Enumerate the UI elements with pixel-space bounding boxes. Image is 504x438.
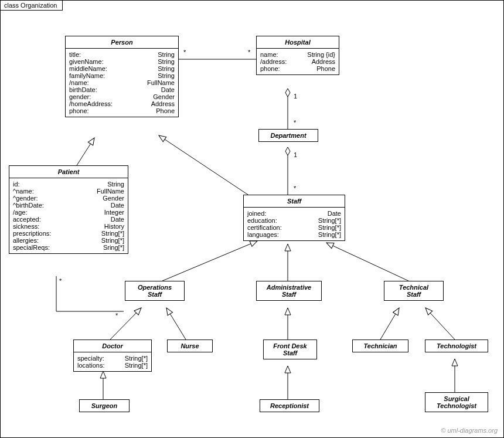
class-title: Operations Staff xyxy=(125,281,184,300)
attr-type: String[*] xyxy=(101,230,124,237)
mult-hospital-dept-bottom: * xyxy=(294,119,296,126)
mult-hospital-side: * xyxy=(248,49,250,56)
class-person: Person title:StringgivenName:Stringmiddl… xyxy=(65,36,179,117)
attr-name: allergies: xyxy=(13,237,39,244)
class-staff: Staff joined:Dateeducation:String[*]cert… xyxy=(243,195,345,241)
attr-row: prescriptions:String[*] xyxy=(13,230,124,237)
attr-row: birthDate:Date xyxy=(69,86,175,93)
attr-type: FullName xyxy=(97,188,124,195)
attr-type: String xyxy=(158,51,175,58)
attr-type: Sring[*] xyxy=(103,244,124,251)
svg-line-9 xyxy=(166,308,186,339)
class-technologist: Technologist xyxy=(425,339,488,352)
attr-name: phone: xyxy=(260,65,280,72)
frame-label: class Organization xyxy=(0,0,63,11)
attr-type: String[*] xyxy=(125,362,148,369)
class-doctor: Doctor specialty:String[*]locations:Stri… xyxy=(73,339,152,372)
attr-row: familyName:String xyxy=(69,72,175,79)
class-title: Person xyxy=(66,36,178,49)
attr-name: languages: xyxy=(247,231,279,238)
class-title: Patient xyxy=(9,166,128,178)
class-title: Staff xyxy=(244,195,345,208)
attr-name: ^gender: xyxy=(13,195,38,202)
attr-type: String[*] xyxy=(318,217,341,224)
attr-name: phone: xyxy=(69,107,89,114)
attr-type: String xyxy=(158,72,175,79)
svg-line-2 xyxy=(159,135,250,196)
class-title: Surgical Technologist xyxy=(425,393,488,412)
class-title: Doctor xyxy=(74,340,151,352)
class-title: Department xyxy=(259,130,318,141)
attr-name: middleName: xyxy=(69,65,107,72)
attr-row: education:String[*] xyxy=(247,217,341,224)
watermark: © uml-diagrams.org xyxy=(441,427,498,434)
attr-name: certification: xyxy=(247,224,282,231)
attr-name: ^birthDate: xyxy=(13,202,44,209)
attr-name: familyName: xyxy=(69,72,105,79)
attr-type: String[*] xyxy=(125,355,148,362)
attr-name: prescriptions: xyxy=(13,230,51,237)
class-administrative-staff: Administrative Staff xyxy=(256,281,322,301)
attr-row: title:String xyxy=(69,51,175,58)
svg-line-11 xyxy=(380,308,399,339)
attr-row: joined:Date xyxy=(247,210,341,217)
class-receptionist: Receptionist xyxy=(260,399,319,412)
attr-name: accepted: xyxy=(13,216,41,223)
attr-type: Phone xyxy=(316,65,335,72)
svg-line-5 xyxy=(162,241,257,281)
mult-dept-staff-top: 1 xyxy=(294,151,297,158)
class-title: Receptionist xyxy=(260,400,319,412)
attr-name: name: xyxy=(260,51,278,58)
attr-row: /homeAddress:Address xyxy=(69,100,175,107)
attr-row: allergies:String[*] xyxy=(13,237,124,244)
attr-row: certification:String[*] xyxy=(247,224,341,231)
mult-hospital-dept-top: 1 xyxy=(294,93,297,100)
attr-row: middleName:String xyxy=(69,65,175,72)
svg-line-7 xyxy=(326,243,408,281)
attr-type: History xyxy=(104,223,124,230)
mult-patient-ops-left: * xyxy=(59,277,62,284)
attr-row: ^birthDate:Date xyxy=(13,202,124,209)
attr-row: specialty:String[*] xyxy=(77,355,148,362)
attr-row: specialReqs:Sring[*] xyxy=(13,244,124,251)
svg-line-8 xyxy=(110,308,141,339)
class-technical-staff: Technical Staff xyxy=(384,281,444,301)
class-title: Technician xyxy=(353,340,408,352)
attr-type: Address xyxy=(151,100,175,107)
class-operations-staff: Operations Staff xyxy=(125,281,185,301)
class-title: Surgeon xyxy=(80,400,129,412)
mult-dept-staff-bottom: * xyxy=(294,185,296,192)
attr-type: String xyxy=(158,65,175,72)
attr-name: joined: xyxy=(247,210,266,217)
class-title: Technologist xyxy=(425,340,488,352)
attr-type: String xyxy=(107,181,124,188)
class-title: Administrative Staff xyxy=(257,281,321,300)
attr-type: Date xyxy=(328,210,341,217)
attr-type: Date xyxy=(111,216,124,223)
attr-type: Integer xyxy=(104,209,124,216)
class-attrs: name:String {id}/address:Addressphone:Ph… xyxy=(257,49,339,74)
class-attrs: id:String^name:FullName^gender:Gender^bi… xyxy=(9,178,128,253)
svg-line-1 xyxy=(77,138,94,165)
attr-type: Date xyxy=(111,202,124,209)
attr-type: Address xyxy=(312,58,335,65)
attr-row: name:String {id} xyxy=(260,51,335,58)
attr-name: /address: xyxy=(260,58,287,65)
attr-row: locations:String[*] xyxy=(77,362,148,369)
attr-name: sickness: xyxy=(13,223,39,230)
attr-row: gender:Gender xyxy=(69,93,175,100)
class-technician: Technician xyxy=(352,339,408,352)
attr-row: phone:Phone xyxy=(69,107,175,114)
attr-type: String xyxy=(158,58,175,65)
class-surgical-technologist: Surgical Technologist xyxy=(425,392,488,412)
class-patient: Patient id:String^name:FullName^gender:G… xyxy=(9,165,128,254)
attr-row: sickness:History xyxy=(13,223,124,230)
attr-type: Date xyxy=(161,86,175,93)
attr-type: Phone xyxy=(156,107,175,114)
attr-name: /homeAddress: xyxy=(69,100,113,107)
diagram-frame: class Organization xyxy=(0,0,504,438)
attr-row: phone:Phone xyxy=(260,65,335,72)
attr-type: String {id} xyxy=(307,51,335,58)
attr-name: ^name: xyxy=(13,188,34,195)
frame-label-text: class Organization xyxy=(4,2,57,9)
